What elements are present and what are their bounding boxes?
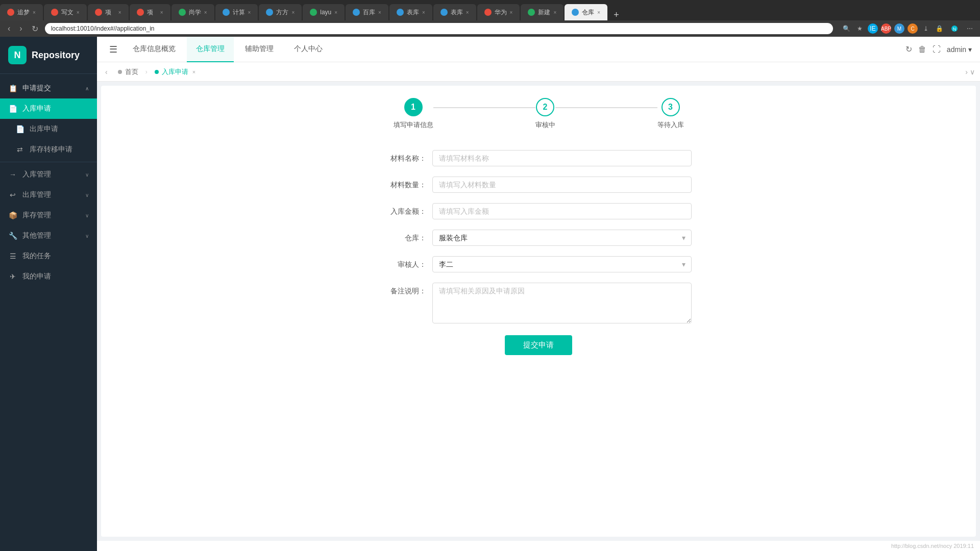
sidebar-logo: N Repository: [0, 37, 97, 74]
sidebar: N Repository 📋 申请提交 ∧ 📄 入库申请 📄 出库申请 ⇄ 库存…: [0, 37, 97, 551]
forward-button[interactable]: ›: [17, 23, 24, 34]
step-3-circle: 3: [662, 98, 680, 116]
fullscreen-button[interactable]: ⛶: [933, 45, 941, 54]
material-name-label: 材料名称：: [385, 150, 426, 163]
tab-12-label: 华为: [495, 8, 507, 17]
inbound-mgmt-icon: →: [8, 170, 17, 179]
storage-amount-field: [432, 203, 692, 219]
storage-amount-label: 入库金额：: [385, 203, 426, 216]
breadcrumb-active-tab[interactable]: 入库申请 ×: [150, 65, 201, 79]
tab-10-close[interactable]: ×: [422, 10, 425, 15]
browser-icon-7[interactable]: N: [947, 23, 962, 34]
reload-button[interactable]: ↻: [29, 23, 41, 35]
tab-9-close[interactable]: ×: [378, 10, 381, 15]
tab-8[interactable]: layu ×: [303, 4, 345, 20]
breadcrumb-forward-btn[interactable]: ›: [965, 68, 968, 76]
breadcrumb-home[interactable]: 首页: [113, 65, 143, 79]
tab-3[interactable]: 项 ×: [88, 4, 129, 20]
tab-11-close[interactable]: ×: [466, 10, 469, 15]
bookmark-icon[interactable]: ★: [854, 23, 865, 34]
menu-toggle-icon[interactable]: ☰: [105, 42, 121, 57]
stock-in-label: 入库申请: [22, 104, 89, 113]
remark-label: 备注说明：: [385, 283, 426, 296]
sidebar-item-inbound-mgmt[interactable]: → 入库管理 ∨: [0, 164, 97, 185]
user-menu[interactable]: admin ▾: [947, 45, 972, 54]
tab-4-close[interactable]: ×: [160, 10, 163, 15]
step-2-label: 审核中: [535, 120, 555, 130]
warehouse-label: 仓库：: [385, 230, 426, 243]
tab-7[interactable]: 方方 ×: [259, 4, 302, 20]
tab-2-close[interactable]: ×: [77, 10, 80, 15]
step-3-label: 等待入库: [657, 120, 684, 130]
browser-icon-6[interactable]: 🔒: [934, 23, 944, 34]
tab-9[interactable]: 百库 ×: [346, 4, 388, 20]
refresh-button[interactable]: ↻: [905, 44, 912, 54]
breadcrumb-expand-btn[interactable]: ∨: [970, 68, 975, 76]
back-button[interactable]: ‹: [5, 23, 13, 34]
browser-icon-5[interactable]: ⤓: [921, 23, 931, 34]
sidebar-item-stock-in[interactable]: 📄 入库申请: [0, 98, 97, 119]
browser-icon-2[interactable]: ABP: [881, 23, 891, 34]
form-container: 材料名称： 材料数量： 入库金额：: [385, 150, 692, 355]
tab-1-close[interactable]: ×: [33, 10, 36, 15]
submit-button[interactable]: 提交申请: [505, 335, 572, 355]
tab-10[interactable]: 表库 ×: [389, 4, 432, 20]
tab-7-close[interactable]: ×: [291, 10, 295, 15]
remark-field: [432, 283, 692, 325]
sidebar-item-outbound-mgmt[interactable]: ↩ 出库管理 ∨: [0, 185, 97, 205]
tab-1[interactable]: 追梦 ×: [0, 4, 43, 20]
my-tasks-label: 我的任务: [22, 252, 89, 261]
new-tab-button[interactable]: +: [608, 10, 624, 20]
other-mgmt-arrow: ∨: [85, 233, 89, 239]
top-nav-warehouse-overview[interactable]: 仓库信息概览: [124, 37, 185, 62]
tab-13[interactable]: 新建 ×: [521, 4, 564, 20]
sidebar-item-transfer[interactable]: ⇄ 库存转移申请: [0, 139, 97, 160]
sidebar-item-inventory-mgmt[interactable]: 📦 库存管理 ∨: [0, 205, 97, 226]
browser-icon-1[interactable]: IE: [868, 23, 878, 34]
tab-12-close[interactable]: ×: [510, 10, 513, 15]
breadcrumb-back-button[interactable]: ‹: [102, 67, 111, 77]
tab-14-active[interactable]: 仓库 ×: [565, 4, 607, 20]
tab-2[interactable]: 写文 ×: [44, 4, 87, 20]
sidebar-item-my-applications[interactable]: ✈ 我的申请: [0, 266, 97, 287]
top-nav-warehouse-mgmt[interactable]: 仓库管理: [187, 37, 234, 62]
search-icon[interactable]: 🔍: [841, 23, 851, 34]
top-nav-auxiliary-mgmt[interactable]: 辅助管理: [236, 37, 283, 62]
tab-6[interactable]: 计算 ×: [215, 4, 258, 20]
top-nav: ☰ 仓库信息概览 仓库管理 辅助管理 个人中心 ↻ 🗑 ⛶ admin ▾: [97, 37, 980, 62]
sidebar-item-other-mgmt[interactable]: 🔧 其他管理 ∨: [0, 226, 97, 246]
tab-4[interactable]: 项 ×: [130, 4, 170, 20]
tab-6-close[interactable]: ×: [248, 10, 251, 15]
storage-amount-input[interactable]: [432, 203, 692, 219]
remark-textarea[interactable]: [432, 283, 692, 323]
tab-8-close[interactable]: ×: [334, 10, 337, 15]
tab-2-label: 写文: [61, 8, 74, 17]
username: admin: [947, 45, 966, 54]
warehouse-select[interactable]: 服装仓库 电子仓库 食品仓库: [432, 230, 692, 246]
sidebar-item-application-submit[interactable]: 📋 申请提交 ∧: [0, 78, 97, 98]
browser-icon-3[interactable]: M: [894, 23, 904, 34]
tab-5[interactable]: 尚学 ×: [172, 4, 214, 20]
reviewer-select[interactable]: 李二 张三 王五: [432, 256, 692, 272]
sidebar-item-stock-out[interactable]: 📄 出库申请: [0, 119, 97, 139]
sidebar-item-my-tasks[interactable]: ☰ 我的任务: [0, 246, 97, 266]
extensions-icon[interactable]: ⋯: [965, 23, 975, 34]
home-dot: [118, 70, 122, 74]
tab-12[interactable]: 华为 ×: [477, 4, 520, 20]
browser-icon-4[interactable]: C: [908, 23, 918, 34]
material-quantity-input[interactable]: [432, 177, 692, 193]
active-tab-label: 入库申请: [162, 67, 188, 77]
delete-button[interactable]: 🗑: [918, 45, 926, 54]
top-nav-personal-center[interactable]: 个人中心: [285, 37, 332, 62]
tab-11[interactable]: 表库 ×: [433, 4, 476, 20]
tab-14-close[interactable]: ×: [597, 10, 600, 15]
material-name-input[interactable]: [432, 150, 692, 166]
tab-8-label: layu: [320, 9, 331, 16]
material-name-field: [432, 150, 692, 166]
active-tab-close[interactable]: ×: [192, 69, 195, 75]
tab-13-close[interactable]: ×: [553, 10, 556, 15]
tab-5-close[interactable]: ×: [204, 10, 207, 15]
submit-area: 提交申请: [385, 335, 692, 355]
address-bar[interactable]: localhost:10010/index#//application_in: [45, 23, 833, 34]
tab-3-close[interactable]: ×: [118, 10, 121, 15]
